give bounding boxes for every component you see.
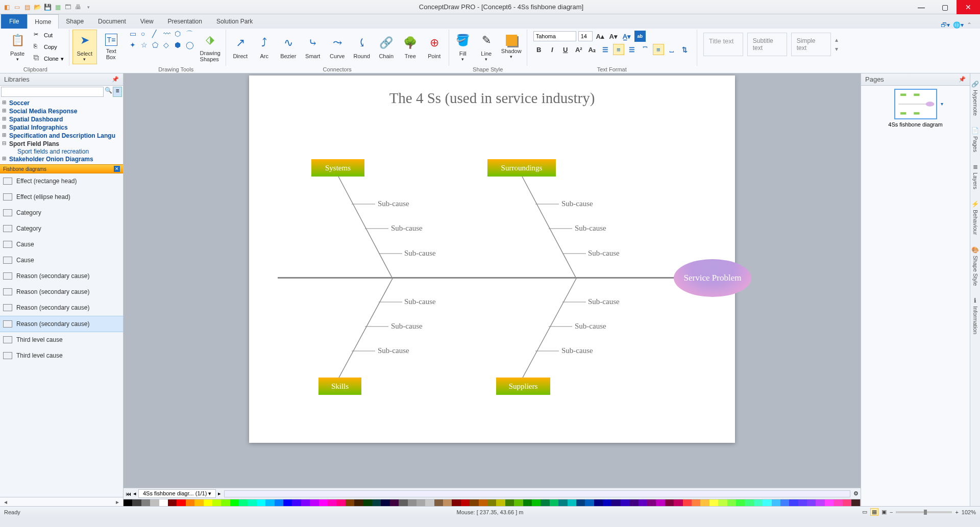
palette-swatch[interactable] bbox=[745, 499, 753, 506]
lib-spatial-dashboard[interactable]: Spatial Dashboard bbox=[2, 115, 121, 123]
palette-swatch[interactable] bbox=[470, 499, 478, 506]
effect-head[interactable]: Service Problem bbox=[674, 259, 751, 297]
lib-specification[interactable]: Specification and Description Langu bbox=[2, 132, 121, 140]
palette-swatch[interactable] bbox=[363, 499, 372, 506]
line-button[interactable]: ✎Line▾ bbox=[476, 30, 497, 64]
qat-print-icon[interactable]: 🖶 bbox=[74, 3, 83, 12]
sheet-nav-newleft-icon[interactable]: ⏮ bbox=[126, 491, 131, 497]
lib-social-media[interactable]: Social Media Response bbox=[2, 107, 121, 115]
palette-swatch[interactable] bbox=[541, 499, 549, 506]
palette-swatch[interactable] bbox=[168, 499, 177, 506]
pin-icon[interactable]: 📌 bbox=[959, 76, 966, 83]
palette-swatch[interactable] bbox=[611, 499, 620, 506]
shape-item[interactable]: Category bbox=[0, 221, 123, 237]
palette-swatch[interactable] bbox=[532, 499, 541, 506]
shape-s5-icon[interactable]: ◯ bbox=[186, 41, 196, 51]
palette-swatch[interactable] bbox=[558, 499, 567, 506]
palette-swatch[interactable] bbox=[301, 499, 310, 506]
grow-font-button[interactable]: A▴ bbox=[595, 31, 606, 42]
subcause-label[interactable]: Sub-cause bbox=[404, 297, 436, 306]
fishbone-section-header[interactable]: Fishbone diagrams✕ bbox=[0, 164, 123, 173]
lib-scrollbar[interactable]: ◂▸ bbox=[0, 497, 123, 506]
palette-swatch[interactable] bbox=[381, 499, 389, 506]
lib-sport-sub[interactable]: Sport fields and recreation bbox=[2, 148, 121, 155]
thumb-dropdown-icon[interactable]: ▾ bbox=[941, 101, 943, 107]
palette-swatch[interactable] bbox=[204, 499, 212, 506]
palette-swatch[interactable] bbox=[141, 499, 150, 506]
align-left-button[interactable]: ☰ bbox=[600, 44, 611, 55]
palette-swatch[interactable] bbox=[390, 499, 399, 506]
palette-swatch[interactable] bbox=[692, 499, 700, 506]
palette-swatch[interactable] bbox=[283, 499, 292, 506]
subcause-label[interactable]: Sub-cause bbox=[378, 346, 409, 355]
shape-s3-icon[interactable]: ◇ bbox=[163, 41, 174, 51]
palette-swatch[interactable] bbox=[709, 499, 718, 506]
shape-item[interactable]: Reason (secondary cause) bbox=[0, 316, 123, 332]
palette-swatch[interactable] bbox=[754, 499, 763, 506]
qat-apps-icon[interactable]: ▦ bbox=[53, 3, 62, 12]
palette-swatch[interactable] bbox=[807, 499, 816, 506]
tab-document[interactable]: Document bbox=[91, 14, 133, 29]
sheet-config-icon[interactable]: ⚙ bbox=[853, 490, 859, 497]
point-button[interactable]: ⊕Point bbox=[423, 30, 446, 64]
shadow-button[interactable]: Shadow▾ bbox=[499, 30, 524, 64]
palette-swatch[interactable] bbox=[336, 499, 345, 506]
shape-list[interactable]: Effect (rectange head)Effect (ellipse he… bbox=[0, 173, 123, 497]
align-middle-button[interactable]: ≡ bbox=[653, 44, 664, 55]
zoom-slider[interactable] bbox=[896, 511, 952, 513]
bezier-button[interactable]: ∿Bezier bbox=[277, 30, 300, 64]
textbox-button[interactable]: T≡Text Box bbox=[99, 30, 124, 64]
palette-swatch[interactable] bbox=[212, 499, 221, 506]
palette-swatch[interactable] bbox=[239, 499, 248, 506]
palette-swatch[interactable] bbox=[292, 499, 301, 506]
underline-button[interactable]: U bbox=[560, 44, 571, 55]
palette-swatch[interactable] bbox=[816, 499, 824, 506]
palette-swatch[interactable] bbox=[328, 499, 336, 506]
palette-swatch[interactable] bbox=[718, 499, 727, 506]
palette-swatch[interactable] bbox=[851, 499, 860, 506]
sheet-nav-next-icon[interactable]: ▸ bbox=[218, 490, 221, 497]
tab-presentation[interactable]: Presentation bbox=[161, 14, 209, 29]
palette-swatch[interactable] bbox=[159, 499, 168, 506]
palette-swatch[interactable] bbox=[576, 499, 585, 506]
superscript-button[interactable]: A² bbox=[573, 44, 584, 55]
palette-swatch[interactable] bbox=[372, 499, 381, 506]
palette-swatch[interactable] bbox=[763, 499, 771, 506]
canvas-viewport[interactable]: The 4 Ss (used in service industry) bbox=[124, 73, 861, 488]
qat-preview-icon[interactable]: 🗔 bbox=[63, 3, 72, 12]
sheet-tab-active[interactable]: 4Ss fishbone diagr... (1/1) ▾ bbox=[138, 489, 216, 498]
palette-swatch[interactable] bbox=[496, 499, 505, 506]
tab-shape[interactable]: Shape bbox=[59, 14, 91, 29]
shape-item[interactable]: Reason (secondary cause) bbox=[0, 284, 123, 300]
palette-swatch[interactable] bbox=[257, 499, 265, 506]
shape-ellipse-icon[interactable]: ○ bbox=[141, 30, 151, 40]
palette-swatch[interactable] bbox=[346, 499, 354, 506]
subscript-button[interactable]: A₂ bbox=[586, 44, 598, 55]
vtab-pages[interactable]: 📄Pages bbox=[970, 126, 980, 153]
shape-item[interactable]: Effect (ellipse head) bbox=[0, 189, 123, 205]
palette-swatch[interactable] bbox=[150, 499, 159, 506]
palette-swatch[interactable] bbox=[798, 499, 807, 506]
cause-suppliers[interactable]: Suppliers bbox=[496, 378, 550, 395]
palette-swatch[interactable] bbox=[487, 499, 496, 506]
shape-item[interactable]: Third level cause bbox=[0, 332, 123, 348]
titles-up-icon[interactable]: ▴ bbox=[835, 36, 838, 43]
palette-swatch[interactable] bbox=[736, 499, 745, 506]
tab-view[interactable]: View bbox=[133, 14, 161, 29]
close-button[interactable]: ✕ bbox=[957, 0, 980, 14]
shape-s2-icon[interactable]: ⬠ bbox=[152, 41, 162, 51]
subcause-label[interactable]: Sub-cause bbox=[391, 224, 423, 233]
shape-item[interactable]: Reason (secondary cause) bbox=[0, 268, 123, 284]
palette-swatch[interactable] bbox=[843, 499, 851, 506]
shape-s1-icon[interactable]: ☆ bbox=[141, 41, 151, 51]
search-icon[interactable]: 🔍 bbox=[104, 87, 113, 97]
help-icon[interactable]: 🌐▾ bbox=[953, 21, 964, 29]
shape-item[interactable]: Reason (secondary cause) bbox=[0, 300, 123, 316]
shape-poly-icon[interactable]: ⬡ bbox=[175, 30, 185, 40]
palette-swatch[interactable] bbox=[629, 499, 638, 506]
cause-systems[interactable]: Systems bbox=[311, 159, 364, 177]
palette-swatch[interactable] bbox=[505, 499, 514, 506]
simple-text-button[interactable]: Simple text bbox=[791, 33, 831, 56]
palette-swatch[interactable] bbox=[479, 499, 487, 506]
text-direction-button[interactable]: ⇅ bbox=[679, 44, 691, 55]
